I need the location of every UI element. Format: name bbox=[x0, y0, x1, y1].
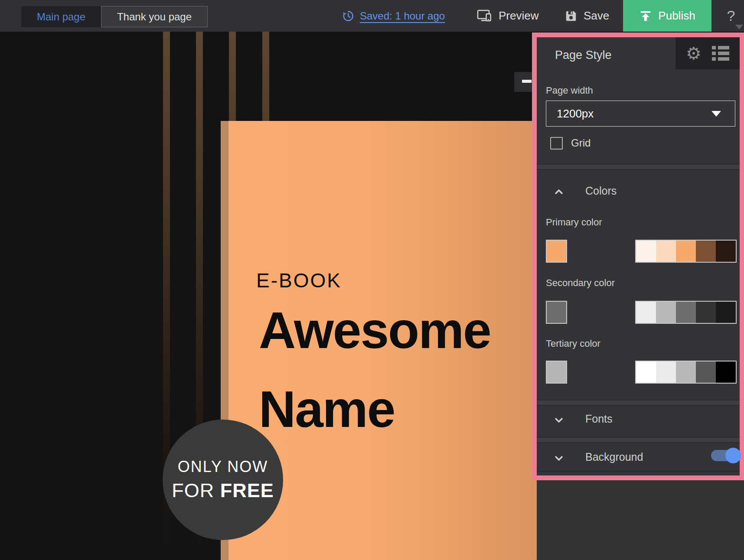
palette-color[interactable] bbox=[636, 241, 656, 262]
preview-devices-icon bbox=[477, 9, 493, 23]
grid-checkbox[interactable] bbox=[550, 137, 563, 150]
chevron-down-icon bbox=[554, 453, 564, 463]
divider bbox=[537, 437, 740, 443]
palette-color[interactable] bbox=[636, 302, 656, 323]
page-width-value: 1200px bbox=[557, 107, 594, 120]
divider bbox=[537, 471, 740, 472]
page-style-panel: ⚙ Page Style Page width 1200px Grid Colo… bbox=[532, 33, 744, 480]
badge-line1: ONLY NOW bbox=[178, 458, 268, 476]
palette-color[interactable] bbox=[676, 302, 696, 323]
panel-mode-switcher: ⚙ bbox=[675, 37, 740, 69]
free-badge-circle[interactable]: ONLY NOW FOR FREE bbox=[163, 420, 283, 540]
palette-color[interactable] bbox=[716, 241, 736, 262]
save-button[interactable]: Save bbox=[565, 0, 609, 32]
palette-color[interactable] bbox=[636, 361, 656, 383]
gear-icon[interactable]: ⚙ bbox=[686, 45, 702, 62]
primary-color-label: Primary color bbox=[546, 217, 602, 228]
background-section-header[interactable]: Background bbox=[585, 451, 643, 463]
chevron-down-icon bbox=[711, 111, 721, 117]
primary-color-palette[interactable] bbox=[635, 240, 737, 263]
tertiary-color-swatch[interactable] bbox=[546, 361, 567, 384]
secondary-color-palette[interactable] bbox=[635, 301, 737, 324]
page-width-dropdown[interactable]: 1200px bbox=[546, 101, 735, 127]
minus-icon bbox=[522, 80, 532, 83]
background-collapse-chevron[interactable] bbox=[554, 453, 564, 465]
chevron-up-icon bbox=[554, 187, 564, 197]
chevron-down-icon bbox=[554, 415, 564, 425]
tab-main-page[interactable]: Main page bbox=[21, 6, 101, 27]
colors-collapse-chevron[interactable] bbox=[554, 187, 564, 199]
tertiary-color-palette[interactable] bbox=[635, 361, 737, 384]
history-clock-icon bbox=[342, 10, 354, 22]
save-label: Save bbox=[584, 9, 609, 23]
primary-color-swatch[interactable] bbox=[546, 240, 567, 263]
preview-label: Preview bbox=[499, 9, 538, 23]
fonts-collapse-chevron[interactable] bbox=[554, 415, 564, 427]
palette-color[interactable] bbox=[676, 361, 696, 383]
panel-title: Page Style bbox=[555, 49, 612, 62]
fonts-section-header[interactable]: Fonts bbox=[585, 413, 613, 425]
zoom-out-button[interactable] bbox=[514, 72, 532, 92]
palette-color[interactable] bbox=[696, 361, 716, 383]
palette-color[interactable] bbox=[696, 302, 716, 323]
divider bbox=[537, 164, 740, 170]
editor-background bbox=[537, 480, 744, 560]
toggle-knob bbox=[725, 448, 741, 463]
page-width-label: Page width bbox=[546, 85, 593, 96]
divider bbox=[537, 400, 740, 406]
background-toggle[interactable] bbox=[711, 450, 740, 461]
top-toolbar: Main page Thank you page Saved: 1 hour a… bbox=[0, 0, 744, 32]
badge-line2: FOR FREE bbox=[172, 479, 274, 502]
ebook-kicker[interactable]: E-BOOK bbox=[256, 269, 342, 292]
secondary-color-swatch[interactable] bbox=[546, 301, 567, 324]
palette-color[interactable] bbox=[696, 241, 716, 262]
publish-label: Publish bbox=[658, 9, 695, 23]
palette-color[interactable] bbox=[716, 361, 736, 383]
publish-button[interactable]: Publish bbox=[623, 0, 711, 32]
palette-color[interactable] bbox=[656, 302, 676, 323]
layers-list-icon[interactable] bbox=[712, 46, 729, 61]
preview-button[interactable]: Preview bbox=[477, 0, 538, 32]
palette-color[interactable] bbox=[656, 241, 676, 262]
ebook-title-line1[interactable]: Awesome bbox=[259, 305, 491, 356]
publish-upload-icon bbox=[639, 10, 652, 23]
tertiary-color-label: Tertiary color bbox=[546, 338, 600, 349]
question-mark-icon: ? bbox=[727, 7, 735, 24]
saved-link-label: Saved: 1 hour ago bbox=[360, 10, 445, 22]
toolbar-caret-down-icon[interactable] bbox=[735, 25, 743, 29]
palette-color[interactable] bbox=[716, 302, 736, 323]
secondary-color-label: Secondary color bbox=[546, 277, 615, 289]
save-floppy-icon bbox=[565, 10, 578, 23]
palette-color[interactable] bbox=[656, 361, 676, 383]
grid-label: Grid bbox=[571, 137, 591, 149]
palette-color[interactable] bbox=[676, 241, 696, 262]
tab-thank-you-page[interactable]: Thank you page bbox=[101, 6, 208, 27]
colors-section-header[interactable]: Colors bbox=[585, 185, 617, 197]
ebook-title-line2[interactable]: Name bbox=[259, 384, 395, 435]
saved-history-link[interactable]: Saved: 1 hour ago bbox=[342, 0, 445, 32]
